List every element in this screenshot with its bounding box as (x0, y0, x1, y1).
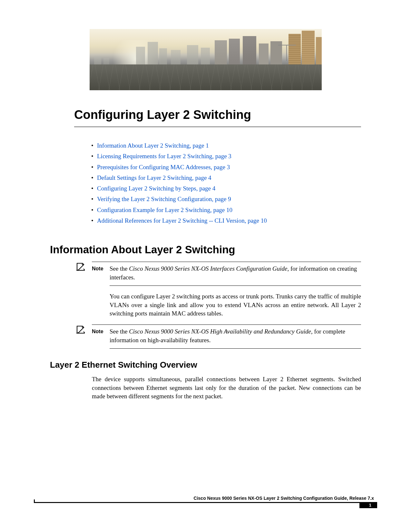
note-block: Note See the Cisco Nexus 9000 Series NX-… (74, 262, 361, 282)
toc-link[interactable]: Verifying the Layer 2 Switching Configur… (97, 196, 231, 202)
footer-guide-title: Cisco Nexus 9000 Series NX-OS Layer 2 Sw… (34, 496, 377, 501)
chapter-title: Configuring Layer 2 Switching (74, 108, 361, 127)
toc-item: Configuration Example for Layer 2 Switch… (91, 205, 361, 215)
page-footer: Cisco Nexus 9000 Series NX-OS Layer 2 Sw… (34, 496, 377, 503)
toc-item: Information About Layer 2 Switching, pag… (91, 140, 361, 151)
note-label: Note (92, 327, 110, 344)
page-number: 1 (359, 502, 377, 508)
chapter-banner-image (90, 29, 322, 90)
toc-item: Configuring Layer 2 Switching by Steps, … (91, 183, 361, 194)
toc-link[interactable]: Additional References for Layer 2 Switch… (97, 217, 267, 224)
section-heading-info: Information About Layer 2 Switching (50, 244, 361, 256)
table-of-contents: Information About Layer 2 Switching, pag… (91, 140, 361, 226)
body-paragraph: The device supports simultaneous, parall… (92, 375, 361, 401)
toc-item: Verifying the Layer 2 Switching Configur… (91, 194, 361, 204)
note-pencil-icon (76, 325, 86, 334)
note-label: Note (92, 265, 110, 282)
toc-item: Licensing Requirements for Layer 2 Switc… (91, 151, 361, 161)
toc-item: Prerequisites for Configuring MAC Addres… (91, 162, 361, 172)
toc-item: Additional References for Layer 2 Switch… (91, 215, 361, 226)
toc-link[interactable]: Default Settings for Layer 2 Switching, … (97, 174, 211, 181)
note-text: See the Cisco Nexus 9000 Series NX-OS Hi… (110, 327, 361, 344)
body-paragraph: You can configure Layer 2 switching port… (110, 292, 361, 318)
note-block: Note See the Cisco Nexus 9000 Series NX-… (74, 324, 361, 344)
toc-item: Default Settings for Layer 2 Switching, … (91, 172, 361, 183)
toc-link[interactable]: Licensing Requirements for Layer 2 Switc… (97, 153, 231, 160)
section-heading-overview: Layer 2 Ethernet Switching Overview (50, 360, 361, 370)
toc-link[interactable]: Information About Layer 2 Switching, pag… (97, 142, 209, 149)
toc-link[interactable]: Configuring Layer 2 Switching by Steps, … (97, 185, 215, 192)
toc-link[interactable]: Configuration Example for Layer 2 Switch… (97, 207, 232, 213)
note-text: See the Cisco Nexus 9000 Series NX-OS In… (110, 265, 361, 282)
note-pencil-icon (76, 262, 86, 271)
toc-link[interactable]: Prerequisites for Configuring MAC Addres… (97, 164, 230, 170)
